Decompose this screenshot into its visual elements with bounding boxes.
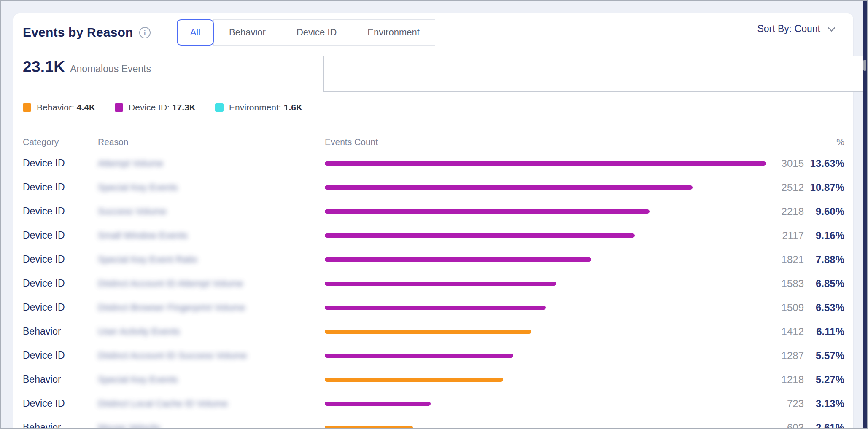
event-count-bar[interactable] (325, 354, 513, 358)
reason-cell-blurred[interactable]: Mouse Velocity (98, 422, 325, 429)
count-cell: 723 (770, 398, 804, 410)
tab-behavior[interactable]: Behavior (213, 19, 281, 46)
bar-cell (325, 233, 770, 238)
empty-dropdown-panel[interactable] (323, 56, 864, 92)
category-cell: Device ID (23, 230, 98, 241)
reason-cell-blurred[interactable]: Distinct Browser Fingerprint Volume (98, 302, 325, 313)
percent-cell: 3.13% (804, 398, 844, 410)
count-cell: 2512 (770, 182, 804, 193)
bar-cell (325, 354, 770, 358)
events-by-reason-panel: Events by Reason i AllBehaviorDevice IDE… (0, 0, 868, 429)
reason-cell-blurred[interactable]: Distinct Account ID Success Volume (98, 350, 325, 361)
card-header: Events by Reason i AllBehaviorDevice IDE… (23, 19, 844, 46)
table-row: BehaviorUser Activity Events14126.11% (23, 319, 844, 343)
events-by-reason-card: Events by Reason i AllBehaviorDevice IDE… (13, 13, 853, 429)
legend-swatch-icon (115, 103, 123, 112)
reason-cell-blurred[interactable]: Success Volume (98, 206, 325, 217)
reason-cell-blurred[interactable]: Distinct Account ID Attempt Volume (98, 278, 325, 289)
percent-cell: 5.27% (804, 374, 844, 386)
legend-name: Behavior: (37, 102, 74, 113)
event-count-bar[interactable] (325, 378, 503, 382)
legend-value: 1.6K (284, 102, 302, 113)
column-header-reason: Reason (98, 137, 325, 147)
chevron-down-icon (828, 24, 835, 32)
percent-cell: 6.11% (804, 326, 844, 338)
percent-cell: 9.60% (804, 206, 844, 217)
bar-cell (325, 378, 770, 382)
category-cell: Device ID (23, 182, 98, 193)
scrollbar-thumb[interactable] (863, 60, 866, 71)
reason-cell-blurred[interactable]: Distinct Local Cache ID Volume (98, 398, 325, 409)
event-count-bar[interactable] (325, 209, 650, 214)
table-row: Device IDSmall Window Events21179.16% (23, 223, 844, 247)
event-count-bar[interactable] (325, 185, 693, 190)
tab-environment[interactable]: Environment (352, 19, 435, 46)
reason-cell-blurred[interactable]: Special Key Events (98, 182, 325, 193)
event-count-bar[interactable] (325, 233, 635, 238)
scrollbar-track[interactable] (863, 1, 867, 428)
event-count-bar[interactable] (325, 282, 556, 286)
legend-item-device-id: Device ID:17.3K (115, 102, 196, 113)
table-row: Device IDDistinct Browser Fingerprint Vo… (23, 295, 844, 319)
count-cell: 2117 (770, 230, 804, 241)
bar-cell (325, 282, 770, 286)
table-row: Device IDSpecial Key Events251210.87% (23, 175, 844, 199)
tab-all[interactable]: All (177, 19, 214, 46)
event-count-bar[interactable] (325, 161, 766, 166)
table-row: Device IDDistinct Account ID Success Vol… (23, 343, 844, 367)
count-cell: 1509 (770, 302, 804, 314)
reason-cell-blurred[interactable]: User Activity Events (98, 326, 325, 337)
bar-cell (325, 402, 770, 406)
category-cell: Behavior (23, 422, 98, 429)
percent-cell: 10.87% (804, 182, 844, 193)
reason-cell-blurred[interactable]: Small Window Events (98, 230, 325, 241)
count-cell: 603 (770, 422, 804, 429)
event-count-bar[interactable] (325, 402, 431, 406)
tab-device-id[interactable]: Device ID (281, 19, 352, 46)
legend-item-environment: Environment:1.6K (215, 102, 302, 113)
table-row: BehaviorSpecial Key Events12185.27% (23, 367, 844, 391)
column-header-events-count: Events Count (325, 137, 770, 147)
percent-cell: 7.88% (804, 254, 844, 265)
bar-cell (325, 257, 770, 262)
count-cell: 3015 (770, 158, 804, 169)
category-cell: Device ID (23, 158, 98, 169)
bar-cell (325, 330, 770, 334)
summary-label: Anomalous Events (70, 63, 151, 75)
category-cell: Device ID (23, 254, 98, 265)
percent-cell: 6.53% (804, 302, 844, 314)
category-cell: Device ID (23, 302, 98, 313)
count-cell: 1218 (770, 374, 804, 386)
count-cell: 2218 (770, 206, 804, 217)
bar-cell (325, 306, 770, 310)
category-cell: Device ID (23, 398, 98, 409)
count-cell: 1583 (770, 278, 804, 290)
page-title: Events by Reason (23, 25, 133, 40)
reason-cell-blurred[interactable]: Special Key Event Ratio (98, 254, 325, 265)
bar-cell (325, 209, 770, 214)
category-cell: Behavior (23, 374, 98, 385)
reason-cell-blurred[interactable]: Special Key Events (98, 374, 325, 385)
bar-cell (325, 161, 770, 166)
percent-cell: 5.57% (804, 350, 844, 362)
event-count-bar[interactable] (325, 426, 413, 429)
table-row: Device IDAttempt Volume301513.63% (23, 151, 844, 175)
column-header-category: Category (23, 137, 98, 147)
legend-swatch-icon (23, 103, 31, 112)
event-count-bar[interactable] (325, 306, 546, 310)
legend-item-behavior: Behavior:4.4K (23, 102, 95, 113)
table-header: Category Reason Events Count % (23, 136, 844, 148)
legend-value: 17.3K (172, 102, 196, 113)
reason-cell-blurred[interactable]: Attempt Volume (98, 158, 325, 169)
reason-table-body: Device IDAttempt Volume301513.63%Device … (23, 151, 844, 429)
table-row: Device IDDistinct Account ID Attempt Vol… (23, 271, 844, 295)
count-cell: 1287 (770, 350, 804, 362)
event-count-bar[interactable] (325, 330, 531, 334)
info-icon[interactable]: i (139, 27, 151, 38)
legend-value: 4.4K (77, 102, 95, 113)
sort-by-dropdown[interactable]: Sort By: Count (757, 19, 833, 38)
column-header-percent: % (804, 137, 844, 147)
count-cell: 1821 (770, 254, 804, 265)
table-row: Device IDSuccess Volume22189.60% (23, 199, 844, 223)
event-count-bar[interactable] (325, 257, 591, 262)
